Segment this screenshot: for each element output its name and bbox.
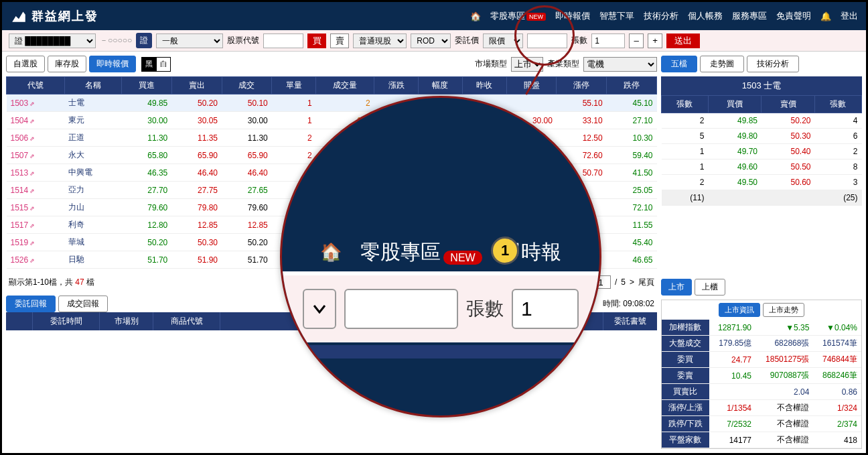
qty-minus-button[interactable]: – bbox=[629, 34, 644, 48]
market-select[interactable]: 上市 bbox=[511, 57, 543, 72]
tab-five[interactable]: 五檔 bbox=[661, 56, 697, 72]
nav-oddlot[interactable]: 零股專區NEW bbox=[490, 10, 546, 22]
market-table: 加權指數12871.90▼5.35▼0.04%大盤成交179.85億682868… bbox=[662, 320, 861, 448]
subtab-info[interactable]: 上市資訊 bbox=[719, 303, 760, 317]
qty-label: 張數 bbox=[571, 35, 587, 46]
tab-order-report[interactable]: 委託回報 bbox=[6, 296, 56, 312]
table-row[interactable]: 1503⇗士電49.8550.2050.101255.1045.10 bbox=[7, 94, 657, 112]
tab-twse[interactable]: 上市 bbox=[661, 279, 692, 296]
bell-icon[interactable]: 🔔 bbox=[820, 11, 831, 21]
acct-badge: 證 bbox=[136, 33, 152, 48]
zoom-select-icon bbox=[303, 289, 336, 329]
zoom-qty-value: 1 bbox=[512, 289, 579, 329]
nav-service[interactable]: 服務專區 bbox=[732, 10, 767, 22]
nav-logout[interactable]: 登出 bbox=[841, 10, 858, 22]
nav-quote[interactable]: 即時報價 bbox=[555, 10, 590, 22]
subtab-trend[interactable]: 上市走勢 bbox=[763, 303, 804, 317]
new-badge: NEW bbox=[526, 13, 546, 21]
zoom-new-badge: NEW bbox=[443, 251, 482, 265]
sell-button[interactable]: 賣 bbox=[330, 34, 349, 48]
order-bar: 證 ████████ －○○○○○ 證 一般 股票代號 買 賣 普通現股 ROD… bbox=[2, 30, 866, 52]
nav-smartorder[interactable]: 智慧下單 bbox=[599, 10, 634, 22]
zoom-overlay: 🏠 零股專區NEW 即時報 張數 1 bbox=[280, 96, 601, 417]
zoom-home-icon: 🏠 bbox=[320, 242, 342, 263]
home-icon[interactable]: 🏠 bbox=[470, 11, 481, 21]
nav-account[interactable]: 個人帳務 bbox=[688, 10, 723, 22]
logo-icon bbox=[10, 7, 27, 25]
page-last[interactable]: 尾頁 bbox=[638, 277, 654, 288]
ordertype-select[interactable]: 普通現股 bbox=[353, 34, 407, 48]
order-time: 時間: 09:08:02 bbox=[600, 297, 657, 311]
header: 群益網上發 🏠 零股專區NEW 即時報價 智慧下單 技術分析 個人帳務 服務專區… bbox=[2, 2, 866, 30]
tab-trend[interactable]: 走勢圖 bbox=[700, 56, 744, 72]
watch-tabs: 自選股 庫存股 即時報價 黑 白 市場類型 上市 產業類型 電機 bbox=[6, 56, 657, 72]
tif-select[interactable]: ROD bbox=[411, 34, 451, 48]
qty-input[interactable] bbox=[591, 34, 625, 48]
industry-label: 產業類型 bbox=[547, 58, 579, 70]
tab-self[interactable]: 自選股 bbox=[6, 56, 45, 72]
five-table: 張數買價賣價張數 249.8550.204549.8050.306149.705… bbox=[661, 95, 862, 206]
tab-realtime[interactable]: 即時報價 bbox=[89, 56, 136, 72]
page-next[interactable]: > bbox=[630, 277, 634, 287]
code-input[interactable] bbox=[263, 34, 303, 48]
nav-disclaimer[interactable]: 免責聲明 bbox=[776, 10, 811, 22]
industry-select[interactable]: 電機 bbox=[583, 57, 657, 72]
tab-inventory[interactable]: 庫存股 bbox=[48, 56, 86, 72]
submit-button[interactable]: 送出 bbox=[666, 34, 700, 48]
zoom-input bbox=[344, 289, 458, 329]
buy-button[interactable]: 買 bbox=[307, 34, 326, 48]
step-badge: 1 bbox=[491, 237, 519, 265]
market-label: 市場類型 bbox=[475, 58, 507, 70]
logo-text: 群益網上發 bbox=[31, 9, 98, 23]
stocktype-select[interactable]: 一般 bbox=[156, 34, 223, 48]
account-select[interactable]: 證 ████████ bbox=[9, 34, 96, 48]
code-label: 股票代號 bbox=[227, 35, 259, 46]
theme-toggle[interactable]: 黑 白 bbox=[141, 57, 171, 72]
pricetype-select[interactable]: 限價 bbox=[483, 34, 523, 48]
pricetype-label: 委託價 bbox=[455, 35, 479, 46]
tab-otc[interactable]: 上櫃 bbox=[695, 279, 725, 296]
nav-ta[interactable]: 技術分析 bbox=[644, 10, 678, 22]
five-title: 1503 士電 bbox=[661, 76, 862, 95]
account-sep: －○○○○○ bbox=[100, 35, 132, 46]
tab-deal-report[interactable]: 成交回報 bbox=[58, 296, 108, 312]
qty-plus-button[interactable]: + bbox=[648, 34, 662, 48]
zoom-qty-label: 張數 bbox=[466, 296, 504, 322]
tab-ta2[interactable]: 技術分析 bbox=[747, 56, 799, 72]
table-row[interactable]: 1504⇗東元30.0030.0530.00112830.0033.1027.1… bbox=[7, 112, 657, 129]
price-input[interactable] bbox=[527, 34, 567, 48]
